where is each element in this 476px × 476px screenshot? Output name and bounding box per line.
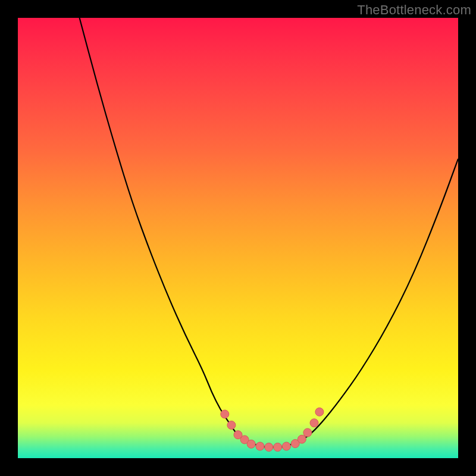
marker-dot — [282, 442, 290, 450]
watermark-text: TheBottleneck.com — [357, 2, 471, 18]
marker-dot — [298, 435, 306, 443]
marker-dot — [221, 410, 229, 418]
valley-markers — [221, 408, 324, 451]
marker-dot — [256, 442, 264, 450]
marker-dot — [303, 428, 312, 437]
marker-dot — [227, 421, 236, 430]
curve-svg — [18, 18, 458, 458]
curve-line — [80, 18, 458, 447]
marker-dot — [310, 419, 318, 427]
outer-frame: TheBottleneck.com — [0, 0, 476, 476]
plot-area — [18, 18, 458, 458]
marker-dot — [274, 443, 282, 452]
marker-dot — [247, 440, 255, 448]
marker-dot — [265, 443, 273, 452]
marker-dot — [315, 408, 324, 416]
